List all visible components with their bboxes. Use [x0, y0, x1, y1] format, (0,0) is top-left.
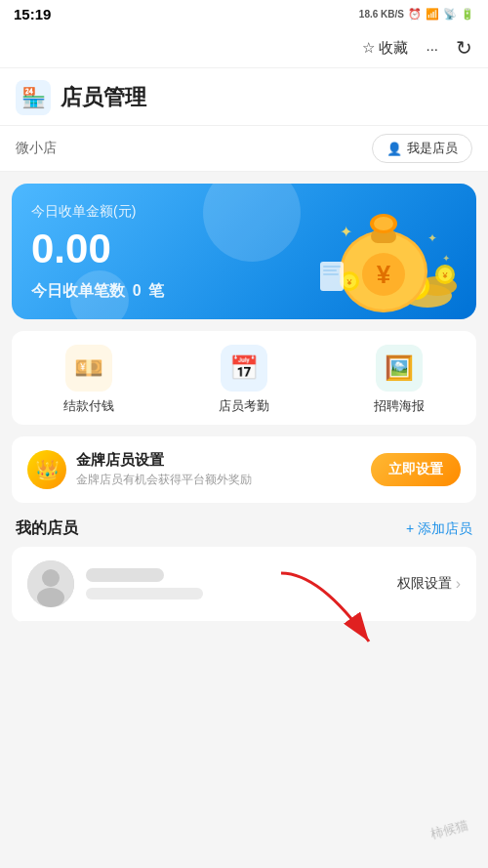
attendance-label: 店员考勤 — [219, 397, 269, 415]
svg-point-25 — [42, 569, 60, 587]
battery-icon: 🔋 — [461, 8, 474, 21]
star-icon: ☆ — [362, 39, 375, 57]
avatar-placeholder — [27, 560, 74, 607]
refresh-button[interactable]: ↻ — [456, 36, 472, 60]
quick-actions: 💴 结款付钱 📅 店员考勤 🖼️ 招聘海报 — [12, 331, 476, 425]
employee-name-bar — [86, 568, 164, 582]
brand-name: 微小店 — [16, 140, 57, 157]
earnings-count-unit: 笔 — [148, 282, 164, 299]
money-bag-illustration: ¥ ✦ ✦ ✦ ¥ ¥ — [301, 188, 467, 310]
svg-point-8 — [374, 217, 393, 230]
gold-setting-title: 金牌店员设置 — [76, 451, 252, 470]
avatar — [27, 560, 74, 607]
signal-icon: 📡 — [443, 8, 457, 21]
svg-text:¥: ¥ — [441, 270, 448, 280]
person-icon: 👤 — [386, 142, 402, 156]
svg-point-26 — [37, 588, 64, 607]
gold-setting-left: 👑 金牌店员设置 金牌店员有机会获得平台额外奖励 — [27, 450, 252, 489]
main-content: 今日收单金额(元) 0.00 今日收单笔数 0 笔 — [0, 172, 488, 634]
quick-action-checkout[interactable]: 💴 结款付钱 — [63, 345, 114, 415]
gold-setting-text: 金牌店员设置 金牌店员有机会获得平台额外奖励 — [76, 451, 252, 488]
svg-text:✦: ✦ — [442, 253, 450, 264]
more-label: ··· — [426, 40, 438, 57]
crown-icon: 👑 — [35, 458, 60, 481]
more-button[interactable]: ··· — [426, 40, 438, 57]
alarm-icon: ⏰ — [408, 8, 422, 21]
employee-btn-label: 我是店员 — [407, 140, 458, 157]
earnings-card: 今日收单金额(元) 0.00 今日收单笔数 0 笔 — [12, 184, 476, 319]
svg-text:✦: ✦ — [340, 224, 352, 240]
gold-avatar: 👑 — [27, 450, 66, 489]
table-row: 权限设置 › — [12, 547, 476, 622]
chevron-right-icon: › — [456, 575, 461, 593]
status-icons: 18.6 KB/S ⏰ 📶 📡 🔋 — [359, 8, 474, 21]
employee-info — [86, 568, 397, 599]
refresh-icon: ↻ — [456, 36, 472, 60]
employee-sub-bar — [86, 588, 203, 599]
wifi-icon: 📶 — [426, 8, 439, 21]
checkout-label: 结款付钱 — [63, 397, 114, 415]
page-title: 店员管理 — [61, 83, 146, 112]
favorite-label: 收藏 — [379, 39, 408, 58]
add-employee-button[interactable]: + 添加店员 — [406, 520, 472, 538]
gold-setting-button[interactable]: 立即设置 — [371, 453, 461, 486]
poster-label: 招聘海报 — [374, 397, 425, 415]
page-header: 🏪 店员管理 — [0, 68, 488, 126]
quick-action-attendance[interactable]: 📅 店员考勤 — [219, 345, 269, 415]
svg-text:¥: ¥ — [346, 277, 352, 287]
status-time: 15:19 — [14, 6, 51, 22]
gold-setting-card: 👑 金牌店员设置 金牌店员有机会获得平台额外奖励 立即设置 — [12, 436, 476, 503]
section-header: 我的店员 + 添加店员 — [12, 515, 476, 547]
svg-rect-22 — [323, 269, 337, 271]
store-icon: 🏪 — [21, 86, 46, 109]
employee-list: 权限设置 › — [12, 547, 476, 622]
top-nav: ☆ 收藏 ··· ↻ — [0, 28, 488, 68]
earnings-count-label: 今日收单笔数 — [31, 282, 125, 299]
status-bar: 15:19 18.6 KB/S ⏰ 📶 📡 🔋 — [0, 0, 488, 28]
permission-label: 权限设置 — [397, 575, 452, 593]
my-employees-section: 我的店员 + 添加店员 — [12, 515, 476, 622]
poster-icon: 🖼️ — [376, 345, 423, 392]
svg-text:✦: ✦ — [427, 231, 437, 245]
i-am-employee-button[interactable]: 👤 我是店员 — [372, 134, 472, 163]
svg-rect-21 — [323, 266, 341, 268]
attendance-icon: 📅 — [221, 345, 267, 392]
quick-action-poster[interactable]: 🖼️ 招聘海报 — [374, 345, 425, 415]
watermark: 柿候猫 — [428, 816, 469, 843]
section-title: 我的店员 — [16, 518, 78, 539]
svg-text:¥: ¥ — [377, 260, 391, 289]
earnings-count-number: 0 — [133, 282, 142, 299]
network-speed: 18.6 KB/S — [359, 9, 404, 20]
page-header-icon: 🏪 — [16, 80, 51, 115]
sub-header: 微小店 👤 我是店员 — [0, 126, 488, 172]
gold-setting-desc: 金牌店员有机会获得平台额外奖励 — [76, 472, 252, 488]
svg-rect-23 — [323, 273, 339, 275]
favorite-button[interactable]: ☆ 收藏 — [362, 39, 408, 58]
permission-button[interactable]: 权限设置 › — [397, 575, 461, 593]
checkout-icon: 💴 — [65, 345, 112, 392]
